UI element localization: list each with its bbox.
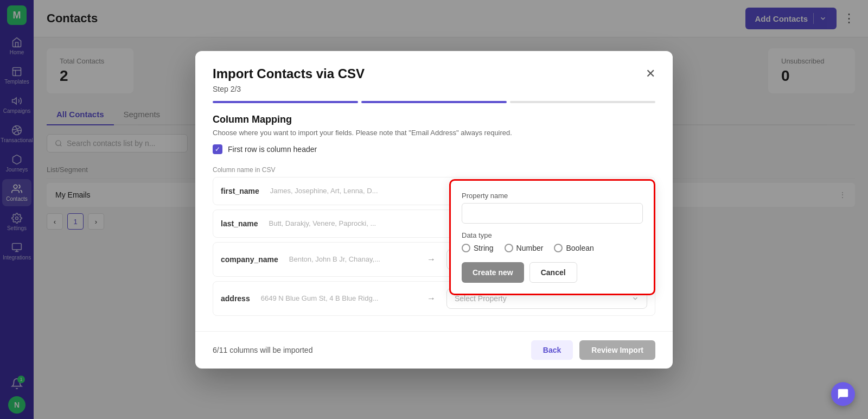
review-import-button[interactable]: Review Import xyxy=(579,340,655,360)
import-modal: Import Contacts via CSV ✕ Step 2/3 Colum… xyxy=(195,51,673,369)
csv-col-company: company_name xyxy=(221,255,278,264)
data-type-label: Data type xyxy=(462,231,643,239)
property-name-input[interactable] xyxy=(462,203,643,224)
modal-body: Column Mapping Choose where you want to … xyxy=(195,114,673,331)
progress-step-2 xyxy=(361,101,507,103)
modal-header: Import Contacts via CSV ✕ Step 2/3 xyxy=(195,51,673,114)
checkbox-label: First row is column header xyxy=(228,145,317,154)
modal-close-button[interactable]: ✕ xyxy=(646,67,655,81)
radio-circle-boolean xyxy=(554,244,563,252)
property-name-label: Property name xyxy=(462,192,643,200)
radio-circle-string xyxy=(462,244,470,252)
radio-boolean[interactable]: Boolean xyxy=(554,244,593,252)
popup-buttons: Create new Cancel xyxy=(462,262,643,283)
import-count: 6/11 columns will be imported xyxy=(213,346,312,354)
cancel-button[interactable]: Cancel xyxy=(529,262,577,283)
chat-support-button[interactable] xyxy=(831,382,855,406)
column-headers: Column name in CSV xyxy=(213,163,655,177)
create-property-popup: Property name Data type String Number Bo… xyxy=(449,179,655,295)
csv-col-lastname: last_name xyxy=(221,219,258,228)
radio-circle-number xyxy=(505,244,513,252)
back-button[interactable]: Back xyxy=(531,340,573,360)
arrow-icon-address: → xyxy=(427,294,436,303)
csv-col-firstname: first_name xyxy=(221,187,259,195)
checkbox-icon: ✓ xyxy=(213,144,222,154)
csv-values-company: Benton, John B Jr, Chanay,... xyxy=(289,255,416,263)
radio-string[interactable]: String xyxy=(462,244,494,252)
progress-step-3 xyxy=(510,101,655,103)
radio-number[interactable]: Number xyxy=(505,244,544,252)
progress-step-1 xyxy=(213,101,358,103)
first-row-header-checkbox[interactable]: ✓ First row is column header xyxy=(213,144,655,154)
csv-col-address: address xyxy=(221,294,250,303)
create-new-button[interactable]: Create new xyxy=(462,262,524,283)
modal-footer: 6/11 columns will be imported Back Revie… xyxy=(195,331,673,369)
modal-overlay[interactable]: Import Contacts via CSV ✕ Step 2/3 Colum… xyxy=(0,0,868,419)
csv-values-address: 6649 N Blue Gum St, 4 B Blue Ridg... xyxy=(261,294,416,302)
progress-bar xyxy=(213,101,655,103)
section-desc: Choose where you want to import your fie… xyxy=(213,129,655,137)
modal-step: Step 2/3 xyxy=(213,85,655,93)
data-type-options: String Number Boolean xyxy=(462,244,643,252)
col-header-csv: Column name in CSV xyxy=(213,166,449,174)
section-title: Column Mapping xyxy=(213,114,655,125)
arrow-icon-company: → xyxy=(427,255,436,264)
col-header-prop xyxy=(449,166,655,174)
modal-title: Import Contacts via CSV xyxy=(213,66,365,81)
